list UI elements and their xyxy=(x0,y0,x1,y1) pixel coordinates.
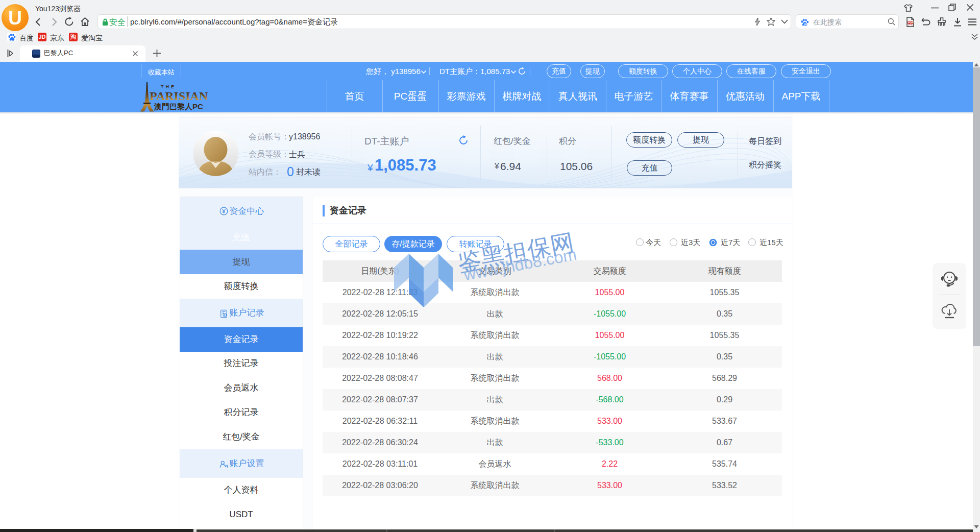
svg-text:澳門巴黎人PC: 澳門巴黎人PC xyxy=(154,102,203,111)
svg-text:PARISIAN: PARISIAN xyxy=(150,89,208,103)
svg-text:du: du xyxy=(804,22,807,26)
svg-text:PDF: PDF xyxy=(908,21,914,24)
svg-text:THE: THE xyxy=(161,84,176,89)
